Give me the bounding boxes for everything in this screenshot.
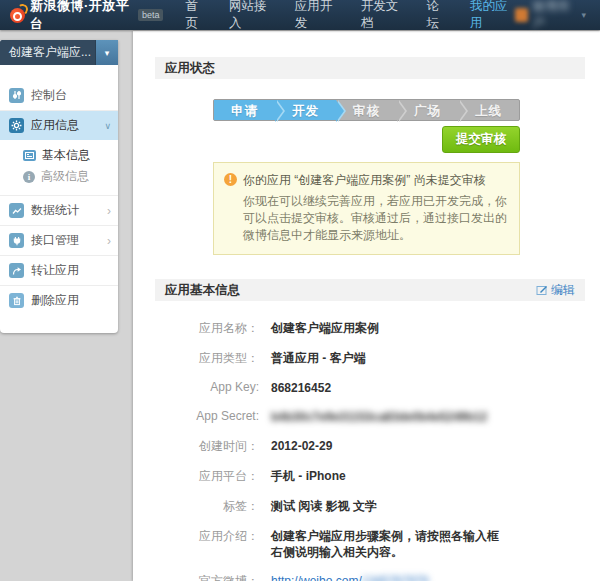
field-label: App Key: <box>155 380 271 396</box>
field-label: 应用介绍： <box>155 528 271 560</box>
edit-link[interactable]: 编辑 <box>536 279 575 301</box>
field-platform: 应用平台： 手机 - iPhone <box>155 468 585 485</box>
section-title: 应用基本信息 <box>165 279 240 301</box>
field-value: 手机 - iPhone <box>271 468 346 485</box>
gear-icon <box>9 118 24 133</box>
sidebar-subitem-advanced-info[interactable]: i 高级信息 <box>0 166 118 187</box>
basic-info-section: 应用基本信息 编辑 应用名称： 创建客户端应用案例 应用类型： 普通应用 - 客… <box>155 279 585 581</box>
field-value-blurred: b4b30c7e9e31153ca83de0b4e5249b12 <box>271 409 509 425</box>
sidebar-item-label: 删除应用 <box>31 292 79 309</box>
id-card-icon <box>23 150 36 161</box>
app-selector: 创建客户端应... ▾ <box>0 40 118 65</box>
field-value: 868216452 <box>271 380 331 396</box>
weibo-logo-icon <box>10 8 25 23</box>
chevron-down-icon: ▾ <box>581 10 586 20</box>
brand: 新浪微博·开放平台 beta <box>10 0 163 33</box>
field-value: 普通应用 - 客户端 <box>271 350 366 367</box>
info-fields: 应用名称： 创建客户端应用案例 应用类型： 普通应用 - 客户端 App Key… <box>155 320 585 581</box>
field-label: 应用类型： <box>155 350 271 367</box>
brand-title: 新浪微博·开放平台 <box>30 0 131 33</box>
sidebar-item-label: 应用信息 <box>31 117 79 134</box>
beta-badge: beta <box>138 9 164 21</box>
sidebar-item-app-info[interactable]: 应用信息 ∨ <box>0 110 118 140</box>
field-app-type: 应用类型： 普通应用 - 客户端 <box>155 350 585 367</box>
official-weibo-link[interactable]: http://weibo.com/1345767979 <box>271 573 428 581</box>
nav-dev-docs[interactable]: 开发文档 <box>361 0 406 32</box>
edit-icon <box>536 284 548 296</box>
edit-label: 编辑 <box>551 279 575 301</box>
warning-icon: ! <box>224 173 237 186</box>
sidebar-item-delete-app[interactable]: 删除应用 <box>0 285 118 315</box>
submit-review-button[interactable]: 提交审核 <box>442 126 520 153</box>
trash-icon <box>9 293 24 308</box>
field-app-key: App Key: 868216452 <box>155 380 585 396</box>
nav-app-dev[interactable]: 应用开发 <box>295 0 340 32</box>
app-status-section-header: 应用状态 <box>155 57 585 79</box>
sidebar: 创建客户端应... ▾ 控制台 应用信息 ∨ <box>0 40 118 333</box>
field-label: 标签： <box>155 498 271 515</box>
sliders-icon <box>9 88 24 103</box>
field-label: 创建时间： <box>155 438 271 455</box>
field-value: 2012-02-29 <box>271 438 332 455</box>
field-official-weibo: 官方微博： http://weibo.com/1345767979 <box>155 573 585 581</box>
status-steps: 申请 开发 审核 广场 上线 <box>213 99 520 121</box>
link-blurred-part: 1345767979 <box>362 574 429 581</box>
field-created-time: 创建时间： 2012-02-29 <box>155 438 585 455</box>
user-name-blurred: 微博用户 <box>533 0 577 32</box>
field-value: 创建客户端应用案例 <box>271 320 379 337</box>
app-selector-title: 创建客户端应... <box>0 44 95 61</box>
chevron-down-icon: ∨ <box>104 121 111 131</box>
nav-home[interactable]: 首页 <box>185 0 207 32</box>
main-content: 应用状态 申请 开发 审核 广场 上线 提交审核 ! 你的应用 “创建客户端应用… <box>133 31 600 581</box>
sidebar-item-label: 接口管理 <box>31 232 79 249</box>
app-selector-dropdown-button[interactable]: ▾ <box>95 40 118 65</box>
field-tags: 标签： 测试 阅读 影视 文学 <box>155 498 585 515</box>
transfer-arrow-icon <box>9 263 24 278</box>
sidebar-subitem-basic-info[interactable]: 基本信息 <box>0 145 118 166</box>
sidebar-subitem-label: 基本信息 <box>42 147 90 164</box>
section-title: 应用状态 <box>165 57 215 79</box>
user-avatar <box>515 8 528 22</box>
top-nav: 首页 网站接入 应用开发 开发文档 论坛 我的应用 <box>185 0 514 32</box>
nav-forum[interactable]: 论坛 <box>427 0 449 32</box>
chevron-right-icon: › <box>107 234 111 248</box>
nav-my-apps[interactable]: 我的应用 <box>470 0 515 32</box>
field-label: 官方微博： <box>155 573 271 581</box>
field-value: 创建客户端应用步骤案例，请按照各输入框右侧说明输入相关内容。 <box>271 528 509 560</box>
sidebar-item-label: 数据统计 <box>31 202 79 219</box>
sidebar-item-label: 转让应用 <box>31 262 79 279</box>
field-label: App Secret: <box>155 409 271 425</box>
review-notice-box: ! 你的应用 “创建客户端应用案例” 尚未提交审核 你现在可以继续完善应用，若应… <box>213 162 520 255</box>
submit-row: 提交审核 <box>213 126 520 153</box>
link-visible-part: http://weibo.com/ <box>271 574 362 581</box>
status-block: 申请 开发 审核 广场 上线 提交审核 ! 你的应用 “创建客户端应用案例” 尚… <box>213 99 520 255</box>
nav-site-access[interactable]: 网站接入 <box>229 0 274 32</box>
sidebar-item-console[interactable]: 控制台 <box>0 80 118 110</box>
sidebar-menu: 控制台 应用信息 ∨ 基本信息 i 高级信息 <box>0 65 118 315</box>
sidebar-item-transfer-app[interactable]: 转让应用 <box>0 255 118 285</box>
basic-info-section-header: 应用基本信息 编辑 <box>155 279 585 301</box>
field-label: 应用平台： <box>155 468 271 485</box>
field-value: 测试 阅读 影视 文学 <box>271 498 377 515</box>
sidebar-item-label: 控制台 <box>31 87 67 104</box>
info-icon: i <box>23 171 35 183</box>
user-menu[interactable]: 微博用户 ▾ <box>515 0 586 32</box>
field-app-secret: App Secret: b4b30c7e9e31153ca83de0b4e524… <box>155 409 585 425</box>
notice-body: 你现在可以继续完善应用，若应用已开发完成，你可以点击提交审核。审核通过后，通过接… <box>243 193 507 244</box>
field-app-name: 应用名称： 创建客户端应用案例 <box>155 320 585 337</box>
top-navigation-bar: 新浪微博·开放平台 beta 首页 网站接入 应用开发 开发文档 论坛 我的应用… <box>0 0 600 30</box>
notice-title: 你的应用 “创建客户端应用案例” 尚未提交审核 <box>243 172 486 189</box>
sidebar-item-statistics[interactable]: 数据统计 › <box>0 195 118 225</box>
sidebar-submenu: 基本信息 i 高级信息 <box>0 140 118 195</box>
sidebar-subitem-label: 高级信息 <box>41 168 89 185</box>
sidebar-item-api-manage[interactable]: 接口管理 › <box>0 225 118 255</box>
field-label: 应用名称： <box>155 320 271 337</box>
notice-title-row: ! 你的应用 “创建客户端应用案例” 尚未提交审核 <box>224 172 507 189</box>
plug-icon <box>9 233 24 248</box>
field-intro: 应用介绍： 创建客户端应用步骤案例，请按照各输入框右侧说明输入相关内容。 <box>155 528 585 560</box>
step-apply: 申请 <box>214 100 275 120</box>
line-chart-icon <box>9 203 24 218</box>
chevron-right-icon: › <box>107 204 111 218</box>
